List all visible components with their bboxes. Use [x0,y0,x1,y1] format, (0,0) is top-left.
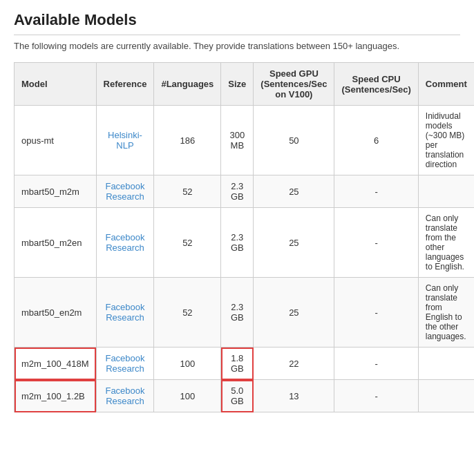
col-header-speed-cpu: Speed CPU(Sentences/Sec) [334,63,418,106]
col-header-comment: Comment [418,63,474,106]
cell-model: mbart50_en2m [15,278,97,348]
reference-link[interactable]: FacebookResearch [105,302,144,323]
cell-speed-gpu: 25 [254,175,334,208]
cell-reference[interactable]: FacebookResearch [96,175,154,208]
cell-languages: 52 [154,208,221,278]
cell-size: 300MB [221,106,254,175]
col-header-languages: #Languages [154,63,221,106]
cell-size: 2.3GB [221,175,254,208]
cell-speed-cpu: 6 [334,106,418,175]
cell-comment [418,175,474,208]
cell-speed-cpu: - [334,175,418,208]
cell-size: 2.3GB [221,278,254,348]
cell-speed-cpu: - [334,348,418,380]
cell-reference[interactable]: FacebookResearch [96,380,154,412]
cell-speed-cpu: - [334,380,418,412]
cell-reference[interactable]: Helsinki-NLP [96,106,154,175]
cell-speed-gpu: 13 [254,380,334,412]
cell-model: m2m_100_1.2B [15,380,97,412]
table-row: opus-mtHelsinki-NLP186300MB506Inidivudal… [15,106,475,175]
cell-size: 5.0GB [221,380,254,412]
cell-model: mbart50_m2m [15,175,97,208]
cell-comment: Can only translate from English to the o… [418,278,474,348]
cell-reference[interactable]: FacebookResearch [96,208,154,278]
table-row: m2m_100_1.2BFacebookResearch1005.0GB13- [15,380,475,412]
col-header-reference: Reference [96,63,154,106]
col-header-model: Model [15,63,97,106]
cell-speed-gpu: 25 [254,208,334,278]
cell-size: 2.3GB [221,208,254,278]
table-header-row: Model Reference #Languages Size Speed GP… [15,63,475,106]
table-row: mbart50_m2mFacebookResearch522.3GB25- [15,175,475,208]
cell-speed-gpu: 50 [254,106,334,175]
cell-reference[interactable]: FacebookResearch [96,348,154,380]
models-table: Model Reference #Languages Size Speed GP… [14,62,474,412]
cell-speed-gpu: 22 [254,348,334,380]
col-header-speed-gpu: Speed GPU(Sentences/Secon V100) [254,63,334,106]
reference-link[interactable]: FacebookResearch [105,181,144,202]
table-row: mbart50_en2mFacebookResearch522.3GB25-Ca… [15,278,475,348]
table-row: mbart50_m2enFacebookResearch522.3GB25-Ca… [15,208,475,278]
col-header-size: Size [221,63,254,106]
table-row: m2m_100_418MFacebookResearch1001.8GB22- [15,348,475,380]
cell-languages: 100 [154,348,221,380]
reference-link[interactable]: Helsinki-NLP [108,130,142,151]
cell-model: mbart50_m2en [15,208,97,278]
cell-comment: Can only translate from the other langua… [418,208,474,278]
cell-comment [418,380,474,412]
cell-languages: 52 [154,175,221,208]
reference-link[interactable]: FacebookResearch [105,353,144,374]
cell-size: 1.8GB [221,348,254,380]
reference-link[interactable]: FacebookResearch [105,232,144,253]
cell-reference[interactable]: FacebookResearch [96,278,154,348]
cell-model: opus-mt [15,106,97,175]
page-title: Available Models [14,11,460,35]
cell-speed-cpu: - [334,208,418,278]
page-subtitle: The following models are currently avail… [14,41,460,51]
cell-languages: 186 [154,106,221,175]
cell-model: m2m_100_418M [15,348,97,380]
cell-languages: 52 [154,278,221,348]
cell-speed-gpu: 25 [254,278,334,348]
reference-link[interactable]: FacebookResearch [105,385,144,406]
cell-speed-cpu: - [334,278,418,348]
cell-languages: 100 [154,380,221,412]
cell-comment [418,348,474,380]
cell-comment: Inidivudal models (~300 MB) per translat… [418,106,474,175]
